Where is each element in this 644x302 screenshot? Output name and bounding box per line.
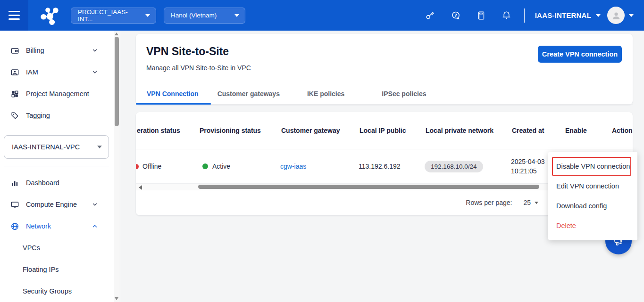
tag-icon bbox=[10, 111, 20, 120]
col-created-at: Created at bbox=[511, 127, 564, 134]
sidebar-item-iam[interactable]: IAM bbox=[0, 61, 113, 83]
grid-icon bbox=[10, 90, 20, 98]
sidebar-item-label: Dashboard bbox=[26, 179, 59, 187]
caret-down-icon bbox=[596, 14, 601, 19]
bar-chart-icon bbox=[10, 179, 20, 188]
table-header-row: eration status Provisioning status Custo… bbox=[136, 112, 633, 149]
chevron-down-icon bbox=[92, 47, 98, 54]
scroll-down-icon[interactable] bbox=[115, 297, 118, 300]
menu-item-delete[interactable]: Delete bbox=[548, 216, 637, 236]
hamburger-icon bbox=[8, 11, 20, 12]
horizontal-scrollbar-thumb[interactable] bbox=[198, 185, 539, 189]
menu-toggle-button[interactable] bbox=[0, 0, 28, 31]
menu-item-disable-vpn-connection[interactable]: Disable VPN connection bbox=[548, 156, 637, 176]
sidebar-item-dashboard[interactable]: Dashboard bbox=[0, 172, 113, 194]
tab-ike-policies[interactable]: IKE policies bbox=[307, 90, 344, 98]
tenant-label: IAAS-INTERNAL bbox=[535, 11, 591, 19]
provisioning-status-value: Active bbox=[212, 163, 230, 170]
page-title: VPN Site-to-Site bbox=[146, 45, 229, 58]
provisioning-status-cell: Active bbox=[199, 163, 280, 170]
avatar-icon bbox=[611, 10, 622, 21]
rows-per-page-value: 25 bbox=[523, 199, 531, 206]
sidebar-item-network[interactable]: Network bbox=[0, 215, 113, 237]
customer-gateway-link[interactable]: cgw-iaas bbox=[280, 163, 306, 170]
scroll-up-icon[interactable] bbox=[115, 33, 118, 35]
monitor-icon bbox=[10, 200, 20, 209]
col-local-ip-public: Local IP public bbox=[359, 127, 425, 134]
create-vpn-connection-button[interactable]: Create VPN connection bbox=[538, 46, 622, 63]
col-enable: Enable bbox=[564, 127, 611, 134]
scroll-left-icon[interactable] bbox=[139, 185, 142, 190]
sidebar-item-label: Floating IPs bbox=[23, 266, 59, 273]
chevron-down-icon bbox=[92, 69, 98, 75]
offline-status-icon bbox=[136, 164, 139, 169]
col-local-private-network: Local private network bbox=[425, 127, 511, 134]
sidebar-item-floating-ips[interactable]: Floating IPs bbox=[0, 259, 113, 280]
api-key-button[interactable] bbox=[418, 6, 443, 25]
bell-icon bbox=[501, 10, 512, 21]
tab-vpn-connection[interactable]: VPN Connection bbox=[147, 90, 199, 98]
region-selector[interactable]: Hanoi (Vietnam) bbox=[164, 8, 245, 24]
active-tab-indicator bbox=[136, 103, 211, 105]
sidebar-item-label: Tagging bbox=[26, 112, 50, 119]
sidebar-item-label: IAM bbox=[26, 68, 38, 76]
top-navbar: PROJECT_IAAS-INT... Hanoi (Vietnam) ? bbox=[0, 0, 644, 31]
caret-down-icon bbox=[97, 146, 102, 151]
col-operation-status: eration status bbox=[136, 127, 199, 134]
caret-down-icon bbox=[145, 14, 150, 19]
operation-status-cell: Offline bbox=[136, 163, 199, 170]
sidebar-item-label: VPCs bbox=[23, 244, 40, 252]
sidebar-item-label: Project Management bbox=[26, 90, 89, 98]
vpc-selector-value: IAAS-INTERNAL-VPC bbox=[12, 143, 80, 151]
tenant-menu[interactable]: IAAS-INTERNAL bbox=[531, 11, 607, 19]
help-chat-icon: ? bbox=[450, 10, 461, 21]
network-chip: 192.168.10.0/24 bbox=[425, 161, 483, 172]
navbar-actions: ? IAAS-INTERNAL bbox=[418, 6, 644, 25]
sidebar-item-label: Network bbox=[26, 222, 51, 230]
tab-customer-gateways[interactable]: Customer gateways bbox=[217, 90, 280, 98]
page-subtitle: Manage all VPN Site-to-Site in VPC bbox=[146, 64, 251, 72]
caret-down-icon bbox=[629, 14, 634, 19]
chevron-down-icon bbox=[92, 201, 98, 208]
col-customer-gateway: Customer gateway bbox=[280, 127, 359, 134]
svg-text:?: ? bbox=[454, 13, 457, 17]
sidebar: Billing IAM Project Management bbox=[0, 31, 120, 302]
docs-icon bbox=[476, 10, 486, 21]
menu-item-edit-vpn-connection[interactable]: Edit VPN connection bbox=[548, 176, 637, 196]
menu-item-download-config[interactable]: Download config bbox=[548, 196, 637, 216]
created-at-value: 2025-04-03 10:21:05 bbox=[511, 157, 545, 176]
navbar-divider bbox=[524, 8, 525, 23]
sidebar-item-billing[interactable]: Billing bbox=[0, 40, 113, 61]
id-card-icon bbox=[10, 68, 20, 77]
globe-icon bbox=[10, 222, 20, 231]
project-selector-value: PROJECT_IAAS-INT... bbox=[78, 8, 133, 23]
sidebar-scrollbar[interactable] bbox=[114, 31, 120, 302]
sidebar-item-vpcs[interactable]: VPCs bbox=[0, 237, 113, 259]
customer-gateway-cell: cgw-iaas bbox=[280, 163, 359, 170]
project-selector[interactable]: PROJECT_IAAS-INT... bbox=[71, 8, 156, 24]
active-status-icon bbox=[202, 163, 208, 169]
caret-down-icon bbox=[234, 14, 239, 19]
sidebar-item-compute-engine[interactable]: Compute Engine bbox=[0, 194, 113, 215]
chevron-up-icon bbox=[92, 223, 98, 229]
avatar bbox=[607, 7, 625, 24]
help-button[interactable]: ? bbox=[443, 6, 468, 25]
sidebar-scrollbar-thumb[interactable] bbox=[115, 37, 119, 126]
sidebar-item-tagging[interactable]: Tagging bbox=[0, 105, 113, 126]
key-icon bbox=[425, 10, 435, 21]
sidebar-item-label: Compute Engine bbox=[26, 201, 77, 208]
wallet-icon bbox=[10, 46, 20, 55]
vpc-selector[interactable]: IAAS-INTERNAL-VPC bbox=[4, 135, 109, 159]
sidebar-item-security-groups[interactable]: Security Groups bbox=[0, 280, 113, 302]
operation-status-value: Offline bbox=[142, 163, 161, 170]
page-header-card: VPN Site-to-Site Manage all VPN Site-to-… bbox=[136, 34, 633, 105]
documentation-button[interactable] bbox=[468, 6, 494, 25]
sidebar-item-project-management[interactable]: Project Management bbox=[0, 83, 113, 105]
rows-per-page-select[interactable]: 25 bbox=[523, 199, 538, 206]
user-menu[interactable] bbox=[607, 7, 634, 24]
local-private-network-cell: 192.168.10.0/24 bbox=[425, 161, 511, 172]
tab-ipsec-policies[interactable]: IPSec policies bbox=[382, 90, 426, 98]
col-action: Action bbox=[611, 127, 633, 134]
notifications-button[interactable] bbox=[494, 6, 519, 25]
sidebar-item-label: Security Groups bbox=[23, 287, 72, 295]
